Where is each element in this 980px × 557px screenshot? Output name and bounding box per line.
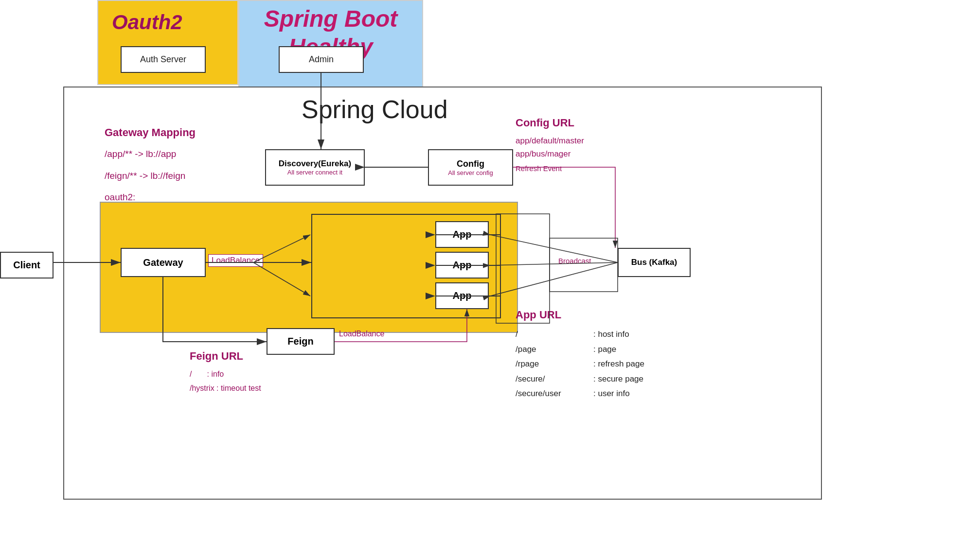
- app-url-item-3: /rpage : refresh page: [516, 357, 644, 372]
- config-title: Config: [457, 159, 484, 169]
- broadcast-label: Broadcast: [558, 257, 591, 265]
- admin-label: Admin: [309, 54, 334, 65]
- gateway-box: Gateway: [121, 248, 206, 277]
- admin-box: Admin: [279, 46, 364, 73]
- app-url-path-4: /secure/: [516, 372, 588, 387]
- gateway-mapping-item-1: /app/** -> lb://app: [105, 148, 241, 161]
- gateway-mapping-item-2: /feign/** -> lb://feign: [105, 170, 241, 183]
- feign-url-item-2: /hystrix : timeout test: [190, 382, 261, 396]
- discovery-title: Discovery(Eureka): [279, 159, 351, 169]
- app-url-path-3: /rpage: [516, 357, 588, 372]
- app-url-desc-2: : page: [593, 342, 616, 357]
- oauth2-title: Oauth2: [112, 11, 182, 34]
- bus-kafka-box: Bus (Kafka): [618, 248, 691, 277]
- feign-box: Feign: [267, 328, 335, 355]
- loadbalance-label-1: LoadBalance: [208, 254, 263, 267]
- app-box-3: App: [435, 282, 489, 309]
- app-box-1: App: [435, 221, 489, 248]
- app-url-path-1: /: [516, 327, 588, 342]
- feign-label: Feign: [287, 336, 313, 347]
- auth-server-label: Auth Server: [140, 54, 186, 65]
- feign-url-item-1: / : info: [190, 367, 261, 382]
- app-label-2: App: [453, 260, 472, 271]
- app-url-item-1: / : host info: [516, 327, 644, 342]
- app-box-2: App: [435, 252, 489, 278]
- refresh-event-label: Refresh Event: [516, 164, 562, 173]
- config-url-title: Config URL: [516, 117, 584, 129]
- config-box: Config All server config: [428, 149, 513, 186]
- config-url-item-1: app/default/master: [516, 134, 584, 147]
- feign-url-title: Feign URL: [190, 350, 261, 363]
- app-url-desc-4: : secure page: [593, 372, 643, 387]
- app-url-area: App URL / : host info /page : page /rpag…: [516, 309, 644, 401]
- diagram-container: Oauth2 Auth Server Spring BootHealthy Ad…: [0, 0, 980, 557]
- config-url-area: Config URL app/default/master app/bus/ma…: [516, 117, 584, 160]
- gateway-mapping-title: Gateway Mapping: [105, 126, 241, 139]
- client-box: Client: [0, 252, 53, 278]
- discovery-box: Discovery(Eureka) All server connect it: [265, 149, 365, 186]
- app-url-item-5: /secure/user : user info: [516, 386, 644, 401]
- app-url-item-2: /page : page: [516, 342, 644, 357]
- app-url-item-4: /secure/ : secure page: [516, 372, 644, 387]
- app-url-desc-3: : refresh page: [593, 357, 644, 372]
- config-url-item-2: app/bus/mager: [516, 147, 584, 160]
- app-url-title: App URL: [516, 309, 644, 321]
- loadbalance-label-2: LoadBalance: [339, 330, 384, 338]
- config-subtitle: All server config: [448, 169, 493, 176]
- spring-cloud-title: Spring Cloud: [302, 95, 448, 124]
- feign-url-area: Feign URL / : info /hystrix : timeout te…: [190, 350, 261, 396]
- app-label-1: App: [453, 229, 472, 240]
- gateway-label: Gateway: [143, 257, 183, 268]
- auth-server-box: Auth Server: [121, 46, 206, 73]
- app-url-path-5: /secure/user: [516, 386, 588, 401]
- app-label-3: App: [453, 290, 472, 301]
- client-label: Client: [13, 260, 40, 271]
- app-url-desc-5: : user info: [593, 386, 630, 401]
- bus-kafka-label: Bus (Kafka): [631, 258, 677, 267]
- app-url-desc-1: : host info: [593, 327, 629, 342]
- app-url-path-2: /page: [516, 342, 588, 357]
- discovery-subtitle: All server connect it: [287, 169, 342, 176]
